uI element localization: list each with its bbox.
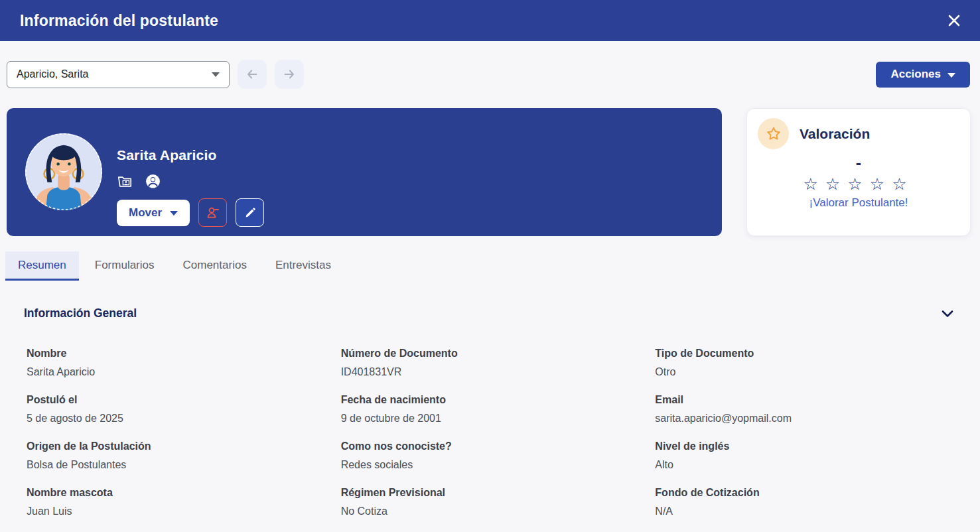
field-value: 5 de agosto de 2025 <box>27 409 325 428</box>
rating-star-icon[interactable]: ☆ <box>847 174 869 193</box>
rating-title: Valoración <box>800 126 870 142</box>
arrow-left-icon <box>245 67 259 82</box>
close-icon-glyph <box>947 14 961 27</box>
pencil-icon <box>243 206 257 220</box>
field-label: Fondo de Cotización <box>655 484 953 502</box>
field-value: Bolsa de Postulantes <box>27 456 325 474</box>
field-item: Régimen PrevisionalNo Cotiza <box>341 484 640 521</box>
rating-star-icon[interactable]: ☆ <box>870 174 892 193</box>
candidate-select-value: Aparicio, Sarita <box>17 68 89 80</box>
rating-value: - <box>758 154 959 171</box>
previous-candidate-button[interactable] <box>238 60 267 89</box>
rating-star-icon[interactable]: ☆ <box>892 174 914 193</box>
field-label: Régimen Previsional <box>341 484 640 502</box>
field-value: ID401831VR <box>341 363 640 381</box>
field-item: Como nos conociste?Redes sociales <box>341 437 640 474</box>
field-label: Como nos conociste? <box>341 437 640 456</box>
rate-candidate-link[interactable]: ¡Valorar Postulante! <box>758 196 959 210</box>
person-remove-icon <box>205 205 221 221</box>
field-item: Nivel de inglésAlto <box>655 437 953 474</box>
field-value: sarita.aparicio@yopmail.com <box>655 409 953 428</box>
field-value: 9 de octubre de 2001 <box>341 409 640 428</box>
next-candidate-button[interactable] <box>275 60 304 89</box>
rating-star-icon[interactable]: ☆ <box>825 174 847 193</box>
actions-button-label: Acciones <box>890 68 941 81</box>
edit-candidate-button[interactable] <box>236 198 264 227</box>
star-icon <box>765 125 782 143</box>
field-label: Número de Documento <box>341 344 640 363</box>
field-item: Origen de la PostulaciónBolsa de Postula… <box>27 437 325 474</box>
tab-entrevistas[interactable]: Entrevistas <box>263 251 344 281</box>
tab-formularios[interactable]: Formularios <box>82 251 167 281</box>
field-value: Redes sociales <box>341 456 640 474</box>
main-row: Sarita Aparicio Mover <box>7 108 971 236</box>
profile-icon-row <box>117 173 264 190</box>
chevron-down-icon[interactable] <box>942 310 953 318</box>
rating-stars: ☆☆☆☆☆ <box>758 174 959 193</box>
field-label: Postuló el <box>27 391 325 409</box>
field-label: Nivel de inglés <box>655 437 953 456</box>
tab-resumen[interactable]: Resumen <box>5 251 79 281</box>
toolbar: Aparicio, Sarita Acciones <box>7 60 970 89</box>
arrow-right-icon <box>282 67 297 82</box>
tab-comentarios[interactable]: Comentarios <box>171 251 259 281</box>
chevron-down-icon <box>170 211 178 216</box>
fields-grid: NombreSarita AparicioNúmero de Documento… <box>27 344 953 521</box>
field-value: Otro <box>655 363 953 381</box>
rating-header: Valoración <box>758 118 959 149</box>
folder-profile-icon[interactable] <box>117 174 133 190</box>
field-value: N/A <box>655 502 953 521</box>
profile-actions: Mover <box>117 198 264 227</box>
general-info-section: Información General NombreSarita Aparici… <box>24 306 953 521</box>
field-value: Sarita Aparicio <box>27 363 325 381</box>
field-item: Fecha de nacimiento9 de octubre de 2001 <box>341 391 640 428</box>
field-label: Origen de la Postulación <box>27 437 325 456</box>
field-value: No Cotiza <box>341 502 640 521</box>
modal-header: Información del postulante <box>0 0 980 41</box>
section-header: Información General <box>24 306 953 320</box>
field-value: Juan Luis <box>27 502 325 521</box>
avatar-illustration <box>23 131 104 212</box>
field-label: Nombre mascota <box>27 484 325 502</box>
move-button-label: Mover <box>129 206 162 220</box>
candidate-select[interactable]: Aparicio, Sarita <box>7 61 230 88</box>
field-item: Tipo de DocumentoOtro <box>655 344 953 381</box>
chevron-down-icon <box>212 72 220 77</box>
actions-button[interactable]: Acciones <box>876 62 970 88</box>
rating-card: Valoración - ☆☆☆☆☆ ¡Valorar Postulante! <box>746 108 971 236</box>
field-label: Tipo de Documento <box>655 344 953 363</box>
tab-bar: ResumenFormulariosComentariosEntrevistas <box>5 251 980 281</box>
field-item: Número de DocumentoID401831VR <box>341 344 640 381</box>
field-label: Email <box>655 391 953 409</box>
candidate-profile-card: Sarita Aparicio Mover <box>7 108 722 236</box>
star-icon-badge <box>758 118 789 149</box>
field-item: Fondo de CotizaciónN/A <box>655 484 953 521</box>
field-item: NombreSarita Aparicio <box>27 344 325 381</box>
profile-info: Sarita Aparicio Mover <box>117 131 264 236</box>
move-button[interactable]: Mover <box>117 200 190 226</box>
rating-star-icon[interactable]: ☆ <box>803 174 825 193</box>
close-icon[interactable] <box>944 11 964 31</box>
field-label: Nombre <box>27 344 325 363</box>
candidate-name: Sarita Aparicio <box>117 147 264 163</box>
chevron-down-icon <box>947 73 955 78</box>
remove-candidate-button[interactable] <box>198 198 227 227</box>
field-label: Fecha de nacimiento <box>341 391 640 409</box>
account-circle-icon[interactable] <box>145 173 161 190</box>
field-value: Alto <box>655 456 953 474</box>
field-item: Emailsarita.aparicio@yopmail.com <box>655 391 953 428</box>
field-item: Postuló el5 de agosto de 2025 <box>27 391 325 428</box>
field-item: Nombre mascotaJuan Luis <box>27 484 325 521</box>
modal-title: Información del postulante <box>20 12 218 30</box>
section-title: Información General <box>24 306 137 320</box>
avatar <box>23 131 104 212</box>
